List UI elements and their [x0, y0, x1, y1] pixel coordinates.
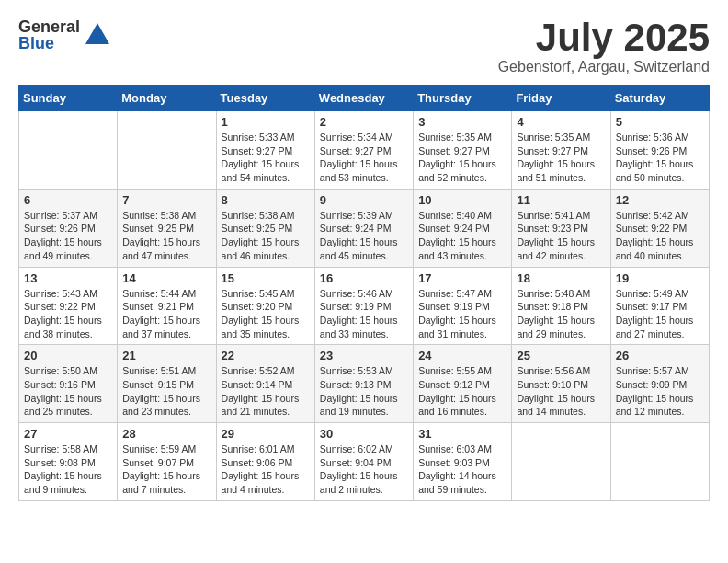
calendar-table: SundayMondayTuesdayWednesdayThursdayFrid… — [18, 85, 710, 501]
calendar-cell: 26Sunrise: 5:57 AM Sunset: 9:09 PM Dayli… — [610, 345, 709, 423]
cell-info: Sunrise: 5:49 AM Sunset: 9:17 PM Dayligh… — [616, 287, 704, 341]
day-number: 1 — [222, 115, 310, 129]
calendar-cell — [610, 423, 709, 501]
calendar-cell: 5Sunrise: 5:36 AM Sunset: 9:26 PM Daylig… — [610, 111, 709, 190]
calendar-cell: 18Sunrise: 5:48 AM Sunset: 9:18 PM Dayli… — [512, 267, 610, 345]
cell-info: Sunrise: 5:40 AM Sunset: 9:24 PM Dayligh… — [418, 209, 506, 263]
day-number: 16 — [320, 271, 408, 285]
cell-info: Sunrise: 5:37 AM Sunset: 9:26 PM Dayligh… — [24, 209, 112, 263]
cell-info: Sunrise: 5:42 AM Sunset: 9:22 PM Dayligh… — [616, 209, 704, 263]
day-number: 3 — [418, 115, 506, 129]
day-number: 15 — [222, 271, 310, 285]
calendar-week-row: 20Sunrise: 5:50 AM Sunset: 9:16 PM Dayli… — [19, 345, 710, 423]
calendar-cell — [19, 111, 118, 190]
day-number: 22 — [222, 349, 310, 362]
day-number: 30 — [320, 427, 408, 441]
cell-info: Sunrise: 5:51 AM Sunset: 9:15 PM Dayligh… — [122, 364, 210, 419]
day-number: 20 — [24, 349, 112, 362]
cell-info: Sunrise: 5:35 AM Sunset: 9:27 PM Dayligh… — [517, 131, 605, 185]
calendar-cell: 16Sunrise: 5:46 AM Sunset: 9:19 PM Dayli… — [314, 267, 413, 345]
cell-info: Sunrise: 5:41 AM Sunset: 9:23 PM Dayligh… — [517, 209, 605, 263]
calendar-week-row: 13Sunrise: 5:43 AM Sunset: 9:22 PM Dayli… — [19, 267, 710, 345]
day-number: 4 — [517, 115, 605, 129]
calendar-header-row: SundayMondayTuesdayWednesdayThursdayFrid… — [19, 86, 710, 111]
day-number: 7 — [122, 193, 210, 207]
calendar-week-row: 6Sunrise: 5:37 AM Sunset: 9:26 PM Daylig… — [19, 189, 710, 267]
calendar-cell: 2Sunrise: 5:34 AM Sunset: 9:27 PM Daylig… — [314, 111, 413, 190]
calendar-cell — [118, 111, 216, 190]
day-number: 2 — [320, 115, 408, 129]
calendar-cell: 25Sunrise: 5:56 AM Sunset: 9:10 PM Dayli… — [512, 345, 610, 423]
calendar-cell: 27Sunrise: 5:58 AM Sunset: 9:08 PM Dayli… — [19, 423, 118, 501]
day-number: 24 — [418, 349, 506, 362]
calendar-cell: 28Sunrise: 5:59 AM Sunset: 9:07 PM Dayli… — [118, 423, 216, 501]
cell-info: Sunrise: 5:46 AM Sunset: 9:19 PM Dayligh… — [320, 287, 408, 341]
day-number: 29 — [222, 427, 310, 441]
day-number: 21 — [122, 349, 210, 362]
calendar-week-row: 1Sunrise: 5:33 AM Sunset: 9:27 PM Daylig… — [19, 111, 710, 190]
calendar-cell: 20Sunrise: 5:50 AM Sunset: 9:16 PM Dayli… — [19, 345, 118, 423]
cell-info: Sunrise: 5:55 AM Sunset: 9:12 PM Dayligh… — [418, 364, 506, 419]
calendar-day-header: Wednesday — [314, 86, 413, 111]
calendar-cell: 13Sunrise: 5:43 AM Sunset: 9:22 PM Dayli… — [19, 267, 118, 345]
calendar-cell: 30Sunrise: 6:02 AM Sunset: 9:04 PM Dayli… — [314, 423, 413, 501]
cell-info: Sunrise: 5:59 AM Sunset: 9:07 PM Dayligh… — [122, 442, 210, 497]
cell-info: Sunrise: 5:47 AM Sunset: 9:19 PM Dayligh… — [418, 287, 506, 341]
day-number: 8 — [222, 193, 310, 207]
title-area: July 2025 Gebenstorf, Aargau, Switzerlan… — [498, 18, 710, 75]
calendar-cell: 9Sunrise: 5:39 AM Sunset: 9:24 PM Daylig… — [314, 189, 413, 267]
day-number: 13 — [24, 271, 112, 285]
cell-info: Sunrise: 5:53 AM Sunset: 9:13 PM Dayligh… — [320, 364, 408, 419]
calendar-week-row: 27Sunrise: 5:58 AM Sunset: 9:08 PM Dayli… — [19, 423, 710, 501]
day-number: 12 — [616, 193, 704, 207]
day-number: 11 — [517, 193, 605, 207]
calendar-cell: 23Sunrise: 5:53 AM Sunset: 9:13 PM Dayli… — [314, 345, 413, 423]
day-number: 25 — [517, 349, 605, 362]
calendar-cell: 1Sunrise: 5:33 AM Sunset: 9:27 PM Daylig… — [216, 111, 314, 190]
cell-info: Sunrise: 5:39 AM Sunset: 9:24 PM Dayligh… — [320, 209, 408, 263]
calendar-cell: 14Sunrise: 5:44 AM Sunset: 9:21 PM Dayli… — [118, 267, 216, 345]
cell-info: Sunrise: 5:56 AM Sunset: 9:10 PM Dayligh… — [517, 364, 605, 419]
day-number: 10 — [418, 193, 506, 207]
calendar-day-header: Thursday — [414, 86, 512, 111]
day-number: 27 — [24, 427, 112, 441]
logo: General Blue — [18, 18, 111, 52]
day-number: 5 — [616, 115, 704, 129]
cell-info: Sunrise: 5:33 AM Sunset: 9:27 PM Dayligh… — [222, 131, 310, 185]
calendar-cell: 15Sunrise: 5:45 AM Sunset: 9:20 PM Dayli… — [216, 267, 314, 345]
svg-marker-0 — [85, 23, 109, 44]
calendar-cell: 22Sunrise: 5:52 AM Sunset: 9:14 PM Dayli… — [216, 345, 314, 423]
cell-info: Sunrise: 5:44 AM Sunset: 9:21 PM Dayligh… — [122, 287, 210, 341]
day-number: 17 — [418, 271, 506, 285]
cell-info: Sunrise: 5:38 AM Sunset: 9:25 PM Dayligh… — [222, 209, 310, 263]
calendar-cell: 7Sunrise: 5:38 AM Sunset: 9:25 PM Daylig… — [118, 189, 216, 267]
calendar-day-header: Monday — [118, 86, 216, 111]
month-title: July 2025 — [498, 18, 710, 57]
calendar-day-header: Sunday — [19, 86, 118, 111]
calendar-cell: 24Sunrise: 5:55 AM Sunset: 9:12 PM Dayli… — [414, 345, 512, 423]
calendar-cell: 31Sunrise: 6:03 AM Sunset: 9:03 PM Dayli… — [414, 423, 512, 501]
cell-info: Sunrise: 5:50 AM Sunset: 9:16 PM Dayligh… — [24, 364, 112, 419]
cell-info: Sunrise: 6:03 AM Sunset: 9:03 PM Dayligh… — [418, 442, 506, 497]
day-number: 28 — [122, 427, 210, 441]
cell-info: Sunrise: 5:52 AM Sunset: 9:14 PM Dayligh… — [222, 364, 310, 419]
page-header: General Blue July 2025 Gebenstorf, Aarga… — [18, 18, 710, 75]
calendar-day-header: Saturday — [610, 86, 709, 111]
day-number: 23 — [320, 349, 408, 362]
day-number: 31 — [418, 427, 506, 441]
logo-blue-text: Blue — [18, 35, 80, 52]
cell-info: Sunrise: 5:36 AM Sunset: 9:26 PM Dayligh… — [616, 131, 704, 185]
calendar-cell: 12Sunrise: 5:42 AM Sunset: 9:22 PM Dayli… — [610, 189, 709, 267]
calendar-cell: 17Sunrise: 5:47 AM Sunset: 9:19 PM Dayli… — [414, 267, 512, 345]
day-number: 18 — [517, 271, 605, 285]
cell-info: Sunrise: 6:01 AM Sunset: 9:06 PM Dayligh… — [222, 442, 310, 497]
cell-info: Sunrise: 5:43 AM Sunset: 9:22 PM Dayligh… — [24, 287, 112, 341]
logo-icon — [84, 21, 111, 49]
cell-info: Sunrise: 5:34 AM Sunset: 9:27 PM Dayligh… — [320, 131, 408, 185]
cell-info: Sunrise: 5:35 AM Sunset: 9:27 PM Dayligh… — [418, 131, 506, 185]
day-number: 14 — [122, 271, 210, 285]
cell-info: Sunrise: 6:02 AM Sunset: 9:04 PM Dayligh… — [320, 442, 408, 497]
calendar-cell: 8Sunrise: 5:38 AM Sunset: 9:25 PM Daylig… — [216, 189, 314, 267]
day-number: 26 — [616, 349, 704, 362]
calendar-cell: 4Sunrise: 5:35 AM Sunset: 9:27 PM Daylig… — [512, 111, 610, 190]
